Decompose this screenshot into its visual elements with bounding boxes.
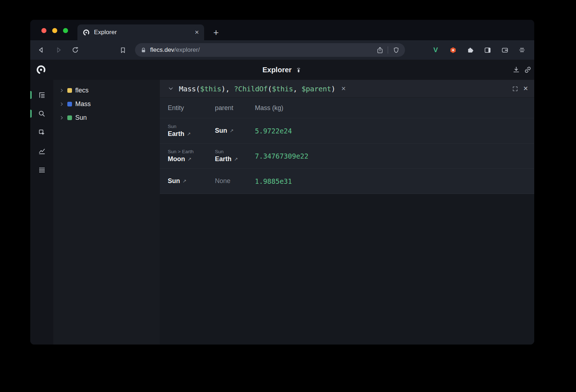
line-chart-icon: [38, 147, 46, 155]
query-segment: (: [196, 85, 200, 93]
search-icon: [38, 110, 46, 118]
tree-item-sun[interactable]: Sun: [53, 111, 160, 124]
connection-icon: [295, 67, 302, 73]
tree-item-flecs[interactable]: flecs: [53, 83, 160, 97]
share-icon[interactable]: [375, 46, 384, 54]
browser-window: Explorer ✕ + flecs.dev/exp: [30, 20, 534, 345]
entity-color-swatch: [67, 115, 72, 120]
query-expression[interactable]: Mass($this), ?ChildOf($this, $parent): [179, 85, 336, 93]
query-header: Mass($this), ?ChildOf($this, $parent) ✕ …: [160, 80, 534, 98]
chevron-right-icon[interactable]: [59, 88, 64, 93]
entity-name: Sun: [215, 127, 227, 135]
rail-item-inspect[interactable]: [30, 123, 53, 142]
wallet-icon[interactable]: [499, 44, 510, 56]
extensions-puzzle-icon[interactable]: [464, 44, 476, 56]
url-path: /explorer/: [174, 46, 200, 53]
rail-item-stats[interactable]: [30, 160, 53, 179]
bookmark-icon[interactable]: [117, 44, 129, 56]
lock-icon: [140, 47, 147, 53]
active-indicator: [30, 91, 32, 99]
entity-name: Earth: [215, 155, 231, 163]
parent-cell: Sun ↗: [215, 118, 255, 143]
mass-value: 1.9885e31: [255, 177, 534, 185]
download-button[interactable]: [510, 64, 522, 76]
query-segment: ,: [293, 85, 301, 93]
back-button[interactable]: [36, 44, 47, 56]
url-text[interactable]: flecs.dev/explorer/: [150, 46, 372, 54]
rail-item-charts[interactable]: [30, 142, 53, 160]
browser-tab-explorer[interactable]: Explorer ✕: [77, 24, 204, 40]
chevron-down-icon[interactable]: [166, 85, 175, 93]
flecs-favicon: [82, 28, 90, 36]
entity-link[interactable]: Sun ↗: [215, 127, 255, 135]
results-empty-area: [160, 194, 534, 345]
query-segment: $this: [200, 85, 221, 93]
entity-tree-panel: flecs Mass Sun: [53, 80, 160, 345]
column-header-parent: parent: [215, 104, 255, 112]
new-tab-button[interactable]: +: [210, 26, 222, 38]
entity-link[interactable]: Moon ↗: [168, 155, 215, 163]
tree-item-label: Mass: [75, 100, 91, 108]
divider: [388, 46, 388, 54]
stats-rows-icon: [38, 166, 46, 174]
parent-cell: None: [215, 169, 255, 193]
menu-icon[interactable]: [516, 44, 528, 56]
query-segment: ),: [221, 85, 234, 93]
table-row[interactable]: Sun ↗ None 1.9885e31: [160, 168, 534, 193]
active-indicator: [30, 110, 32, 118]
mass-value: 7.34767309e22: [255, 152, 534, 160]
query-content: Mass($this), ?ChildOf($this, $parent) ✕ …: [160, 80, 534, 345]
entity-link[interactable]: Earth ↗: [168, 130, 215, 138]
minimize-window-button[interactable]: [52, 28, 57, 33]
forward-button[interactable]: [53, 44, 64, 56]
close-window-button[interactable]: [41, 28, 46, 33]
column-header-entity: Entity: [168, 104, 215, 112]
maximize-window-button[interactable]: [63, 28, 68, 33]
query-segment: Mass: [179, 85, 196, 93]
close-panel-icon[interactable]: ✕: [521, 85, 530, 93]
entity-name: Earth: [168, 130, 184, 138]
header-actions: [510, 64, 534, 76]
table-row[interactable]: Sun > Earth Moon ↗ Sun Earth ↗: [160, 143, 534, 168]
metamask-extension-icon[interactable]: [447, 44, 459, 56]
query-segment: ?ChildOf: [234, 85, 268, 93]
tree-item-mass[interactable]: Mass: [53, 97, 160, 111]
address-bar[interactable]: flecs.dev/explorer/: [135, 43, 405, 57]
entity-cell: Sun Earth ↗: [168, 118, 215, 143]
entity-link[interactable]: Earth ↗: [215, 155, 255, 163]
tab-close-icon[interactable]: ✕: [194, 29, 199, 36]
entity-color-swatch: [67, 102, 72, 106]
browser-toolbar: flecs.dev/explorer/ V: [30, 40, 534, 60]
table-header-row: Entity parent Mass (kg): [160, 98, 534, 118]
tree-item-label: Sun: [75, 114, 87, 122]
rail-item-entity-tree[interactable]: [30, 86, 53, 104]
brave-shield-icon[interactable]: [392, 46, 400, 54]
page-title: Explorer: [262, 66, 292, 74]
entity-parent-path: Sun: [215, 149, 255, 154]
table-row[interactable]: Sun Earth ↗ Sun ↗: [160, 118, 534, 143]
window-controls: [41, 28, 68, 33]
clear-query-icon[interactable]: ✕: [341, 85, 346, 92]
entity-cell: Sun ↗: [168, 169, 215, 193]
flecs-logo[interactable]: [35, 64, 47, 76]
rail-item-query-search[interactable]: [30, 104, 53, 123]
entity-link[interactable]: Sun ↗: [168, 177, 215, 185]
open-entity-icon: ↗: [187, 131, 191, 137]
reload-button[interactable]: [69, 44, 81, 56]
extension-cluster: V: [430, 44, 528, 56]
entity-parent-path: Sun: [168, 124, 215, 129]
sidebar-toggle-icon[interactable]: [482, 44, 493, 56]
query-segment: ): [331, 85, 336, 93]
vue-devtools-extension-icon[interactable]: V: [430, 44, 441, 56]
mass-cell: 5.9722e24: [255, 118, 534, 143]
entity-parent-path: Sun > Earth: [168, 149, 215, 154]
chevron-right-icon[interactable]: [59, 102, 64, 106]
fullscreen-icon[interactable]: [511, 85, 519, 93]
share-link-button[interactable]: [522, 64, 534, 76]
main-area: flecs Mass Sun: [30, 80, 534, 345]
parent-none: None: [215, 177, 255, 185]
entity-name: Moon: [168, 155, 185, 163]
chevron-right-icon[interactable]: [59, 115, 64, 120]
open-entity-icon: ↗: [230, 128, 234, 133]
query-segment: $this: [272, 85, 293, 93]
